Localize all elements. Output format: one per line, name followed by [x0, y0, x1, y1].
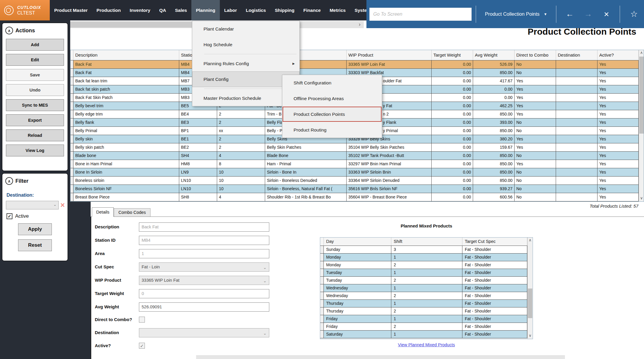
column-header-description[interactable]: Description	[73, 50, 179, 60]
active-checkbox[interactable]: ✓	[139, 343, 145, 349]
cell: 0.00	[432, 77, 473, 85]
nav-item-labor[interactable]: Labor	[220, 0, 241, 20]
scroll-up-icon[interactable]: ∧	[639, 50, 644, 56]
vertical-scrollbar-thumb[interactable]	[639, 57, 644, 134]
vertical-scrollbar[interactable]: ∧ ∨	[527, 238, 533, 339]
undo-button[interactable]: Undo	[6, 84, 64, 96]
table-row[interactable]: Bone In SirloinLN910Sirloin - Bone In333…	[71, 168, 639, 177]
clear-filter-icon[interactable]: ×	[60, 201, 65, 209]
planned-row[interactable]: Thursday1Fat - Shoulder	[320, 300, 527, 307]
table-row[interactable]: Blade boneSH44Blade Bone35102 WIP Tank P…	[71, 152, 639, 160]
view-log-button[interactable]: View Log	[6, 145, 64, 156]
column-header-target-cut-spec[interactable]: Target Cut Spec	[462, 238, 527, 246]
station-id-field[interactable]: MB4	[139, 236, 269, 245]
planned-row[interactable]: Tuesday2Fat - Shoulder	[320, 277, 527, 284]
scroll-right-icon[interactable]: ›	[356, 21, 363, 28]
nav-item-production[interactable]: Production	[92, 0, 125, 20]
collapse-icon[interactable]: ∧	[5, 27, 13, 34]
table-row[interactable]: Bone in Ham PrimalHM88Ham - Primal33297 …	[71, 160, 639, 168]
cell: Belly edge trim	[73, 110, 179, 118]
cell: 1	[391, 331, 462, 338]
apply-button[interactable]: Apply	[18, 223, 52, 235]
nav-item-metrics[interactable]: Metrics	[325, 0, 350, 20]
nav-item-finance[interactable]: Finance	[299, 0, 325, 20]
table-row[interactable]: Boneless Sirloin NFLN1010Sirloin - Bonel…	[71, 185, 639, 193]
menu-item-offline-processing-areas[interactable]: Offline Processing Areas	[282, 91, 382, 106]
details-horizontal-scrollbar[interactable]	[196, 355, 565, 359]
scroll-down-icon[interactable]: ∨	[528, 333, 533, 339]
direct-to-combo-checkbox[interactable]	[139, 317, 145, 323]
scroll-up-icon[interactable]: ∧	[528, 238, 533, 243]
cell: Bone in Ham Primal	[73, 160, 179, 168]
column-header-day[interactable]: Day	[324, 238, 391, 246]
go-to-screen-input[interactable]	[369, 8, 472, 21]
column-header-shift[interactable]: Shift	[391, 238, 462, 246]
planned-row[interactable]: Thursday2Fat - Shoulder	[320, 307, 527, 315]
column-header-wip-product[interactable]: WIP Product	[347, 50, 432, 60]
planned-row[interactable]: Sunday3Fat - Shoulder	[320, 246, 527, 254]
planned-row[interactable]: Wednesday1Fat - Shoulder	[320, 284, 527, 292]
collapse-icon[interactable]: ∧	[5, 177, 13, 185]
nav-item-qa[interactable]: QA	[155, 0, 170, 20]
menu-item-hog-schedule[interactable]: Hog Schedule	[192, 37, 299, 52]
field-label-description: Description	[95, 224, 119, 229]
cell: Ham - Primal	[265, 160, 347, 168]
column-header-avg-weight[interactable]: Avg Weight	[473, 50, 515, 60]
menu-item-product-routing[interactable]: Product Routing	[282, 122, 382, 138]
table-row[interactable]: Back FatMB433365 WIP Loin Fat0.00526.09N…	[71, 60, 639, 69]
menu-item-shift-configuration[interactable]: Shift Configuration	[282, 75, 382, 91]
description-field[interactable]: Back Fat	[139, 222, 269, 232]
sync-to-mes-button[interactable]: Sync to MES	[6, 99, 64, 111]
menu-item-product-collection-points[interactable]: Product Collection Points	[282, 106, 382, 122]
planned-row[interactable]: Friday1Fat - Shoulder	[320, 315, 527, 323]
nav-item-inventory[interactable]: Inventory	[125, 0, 155, 20]
edit-button[interactable]: Edit	[6, 54, 64, 66]
back-icon[interactable]: ←	[560, 9, 579, 19]
destination-select[interactable]: ⌄	[139, 328, 269, 337]
destination-filter-select[interactable]: ⌄	[6, 201, 59, 209]
area-field[interactable]: 1	[139, 249, 269, 258]
planned-row[interactable]: Friday2Fat - Shoulder	[320, 323, 527, 331]
column-header-direct-to-combo[interactable]: Direct to Combo	[515, 50, 556, 60]
forward-icon[interactable]: →	[579, 9, 597, 19]
vertical-scrollbar[interactable]: ∧ ∨	[639, 50, 644, 201]
cut-spec-select[interactable]: Fat - Loin⌄	[139, 262, 269, 272]
export-button[interactable]: Export	[6, 114, 64, 126]
planned-row[interactable]: Tuesday1Fat - Shoulder	[320, 269, 527, 277]
menu-item-planning-rules-config[interactable]: Planning Rules Config▶	[192, 56, 299, 71]
column-header-active[interactable]: Active?	[597, 50, 639, 60]
nav-item-logistics[interactable]: Logistics	[241, 0, 270, 20]
nav-item-product-master[interactable]: Product Master	[50, 0, 92, 20]
planned-row[interactable]: Saturday1Fat - Shoulder	[320, 331, 527, 338]
favorite-star-icon[interactable]: ☆	[624, 9, 644, 19]
active-filter-checkbox[interactable]: ✓	[7, 213, 12, 219]
tab-combo-codes[interactable]: Combo Codes	[114, 208, 150, 217]
reload-button[interactable]: Reload	[6, 129, 64, 141]
nav-item-shipping[interactable]: Shipping	[270, 0, 299, 20]
avg-weight-field[interactable]: 526.09091	[139, 302, 269, 312]
screen-selector[interactable]: Product Collection Points ▼	[480, 11, 552, 17]
cell: Yes	[597, 135, 639, 143]
save-button[interactable]: Save	[6, 69, 64, 81]
nav-item-system[interactable]: System	[350, 0, 366, 20]
vertical-scrollbar-thumb[interactable]	[528, 289, 532, 318]
reset-button[interactable]: Reset	[18, 239, 52, 251]
add-button[interactable]: Add	[6, 39, 64, 51]
planned-row[interactable]: Wednesday2Fat - Shoulder	[320, 292, 527, 300]
table-row[interactable]: Boneless sirloinLN1010Sirloin - Boneless…	[71, 177, 639, 185]
tab-details[interactable]: Details	[92, 207, 114, 217]
close-icon[interactable]: ×	[597, 10, 616, 19]
wip-product-select[interactable]: 33365 WIP Loin Fat⌄	[139, 276, 269, 285]
scroll-down-icon[interactable]: ∨	[639, 195, 644, 201]
view-planned-mixed-products-link[interactable]: View Planned Mixed Products	[320, 342, 533, 347]
column-header-destination[interactable]: Destination	[556, 50, 597, 60]
planned-row[interactable]: Monday1Fat - Shoulder	[320, 254, 527, 261]
planned-row[interactable]: Monday2Fat - Shoulder	[320, 261, 527, 269]
menu-item-plant-calendar[interactable]: Plant Calendar	[192, 21, 299, 37]
table-row[interactable]: Breast Bone PieceSH84Shoulder Rib - 1st …	[71, 193, 639, 201]
table-row[interactable]: Belly skin patchBE22Belly Skin Patches35…	[71, 143, 639, 152]
nav-item-sales[interactable]: Sales	[171, 0, 192, 20]
target-weight-field[interactable]: 0	[139, 289, 269, 298]
nav-item-planning[interactable]: Planning	[191, 0, 220, 20]
column-header-target-weight[interactable]: Target Weight	[432, 50, 473, 60]
